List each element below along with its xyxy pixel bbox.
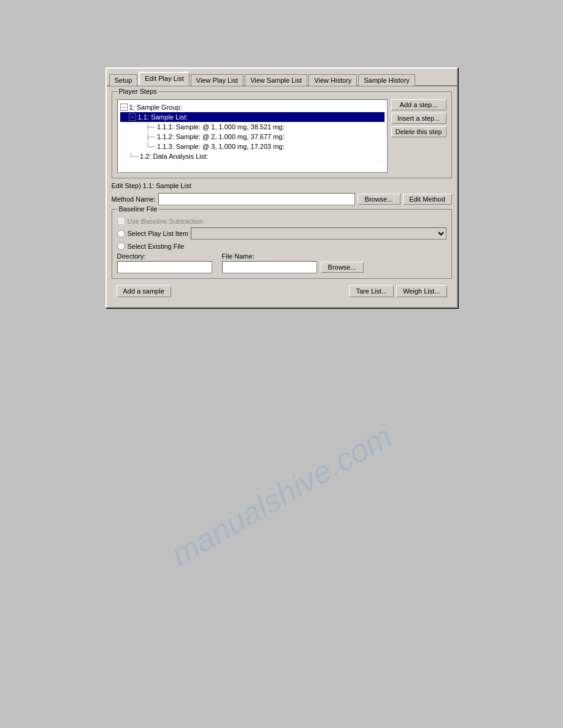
select-existing-radio[interactable]: [117, 242, 125, 250]
tree-item-3[interactable]: ├─ 1.1.2: Sample: @ 2, 1.000 mg, 37.677 …: [120, 132, 385, 142]
bottom-left: Add a sample: [117, 285, 171, 297]
directory-input[interactable]: [117, 261, 212, 273]
tree-item-0[interactable]: − 1: Sample Group:: [120, 102, 385, 112]
player-steps-label: Player Steps: [117, 88, 159, 95]
tab-edit-play-list[interactable]: Edit Play List: [139, 72, 190, 86]
directory-label: Directory:: [117, 252, 212, 260]
method-name-label: Method Name:: [112, 195, 156, 203]
browse-file-button[interactable]: Browse...: [321, 262, 364, 273]
content-area: Player Steps − 1: Sample Group: − 1.1: S…: [107, 86, 457, 307]
tree-item-label-1: 1.1: Sample List:: [138, 112, 188, 122]
tree-item-4[interactable]: └─ 1.1.3: Sample: @ 3, 1.000 mg, 17.203 …: [120, 142, 385, 151]
tree-expander-1[interactable]: −: [129, 113, 136, 121]
main-window: Setup Edit Play List View Play List View…: [105, 67, 458, 308]
tree-item-label-5: 1.2: Data Analysis List:: [140, 151, 208, 161]
select-playlist-label: Select Play List Item: [128, 230, 189, 237]
select-existing-row: Select Existing File: [117, 242, 446, 250]
tree-item-2[interactable]: ├─ 1.1.1: Sample: @ 1, 1.000 mg, 38.521 …: [120, 122, 385, 132]
bottom-right: Tare List... Weigh List...: [349, 285, 446, 297]
delete-step-button[interactable]: Delete this step: [391, 126, 446, 137]
method-name-row: Method Name: Browse... Edit Method: [112, 193, 452, 205]
select-playlist-radio[interactable]: [117, 230, 125, 238]
browse-method-button[interactable]: Browse...: [358, 194, 400, 205]
player-steps-group: Player Steps − 1: Sample Group: − 1.1: S…: [112, 91, 452, 178]
use-baseline-row: Use Baseline Subtraction: [117, 217, 446, 225]
add-step-button[interactable]: Add a step...: [391, 99, 446, 110]
add-sample-button[interactable]: Add a sample: [117, 285, 171, 297]
tree-item-label-3: 1.1.2: Sample: @ 2, 1.000 mg, 37.677 mg:: [157, 132, 284, 142]
tree-item-label-4: 1.1.3: Sample: @ 3, 1.000 mg, 17.203 mg:: [157, 142, 284, 151]
insert-step-button[interactable]: Insert a step...: [391, 113, 446, 124]
weigh-list-button[interactable]: Weigh List...: [396, 285, 446, 297]
use-baseline-label: Use Baseline Subtraction: [128, 218, 204, 225]
dir-file-inputs-row: Browse...: [117, 261, 446, 273]
tab-view-sample-list[interactable]: View Sample List: [245, 74, 307, 86]
player-steps-inner: − 1: Sample Group: − 1.1: Sample List: ├…: [117, 99, 446, 173]
tab-sample-history[interactable]: Sample History: [358, 74, 415, 86]
file-name-input[interactable]: [222, 261, 317, 273]
tree-buttons: Add a step... Insert a step... Delete th…: [391, 99, 446, 173]
tab-view-history[interactable]: View History: [308, 74, 357, 86]
baseline-file-label: Baseline File: [117, 205, 159, 213]
tree-item-1[interactable]: − 1.1: Sample List:: [120, 112, 385, 122]
select-playlist-row: Select Play List Item: [117, 227, 446, 240]
tree-line-3: ├─: [146, 132, 156, 142]
edit-step-label: Edit Step) 1.1: Sample List: [112, 182, 452, 189]
tab-setup[interactable]: Setup: [109, 74, 138, 86]
edit-method-button[interactable]: Edit Method: [403, 194, 452, 205]
use-baseline-checkbox[interactable]: [117, 217, 125, 225]
tree-item-label-2: 1.1.1: Sample: @ 1, 1.000 mg, 38.521 mg:: [157, 122, 284, 132]
tree-item-5[interactable]: └─ 1.2: Data Analysis List:: [120, 151, 385, 161]
tree-line-5: └─: [129, 151, 139, 161]
tree-item-label-0: 1: Sample Group:: [129, 102, 182, 112]
tab-bar: Setup Edit Play List View Play List View…: [107, 69, 457, 86]
tree-line-4: └─: [146, 142, 156, 151]
tree-line-2: ├─: [146, 122, 156, 132]
bottom-bar: Add a sample Tare List... Weigh List...: [112, 282, 452, 302]
tree-area[interactable]: − 1: Sample Group: − 1.1: Sample List: ├…: [117, 99, 388, 173]
watermark: manualshive.com: [165, 417, 398, 573]
dir-file-labels-row: Directory: File Name:: [117, 252, 446, 260]
file-name-label: File Name:: [222, 252, 317, 260]
baseline-file-group: Baseline File Use Baseline Subtraction S…: [112, 209, 452, 279]
select-existing-label: Select Existing File: [128, 243, 185, 250]
method-name-input[interactable]: [158, 193, 355, 205]
tab-view-play-list[interactable]: View Play List: [191, 74, 243, 86]
tree-expander-0[interactable]: −: [120, 104, 128, 111]
tare-list-button[interactable]: Tare List...: [349, 285, 394, 297]
playlist-dropdown[interactable]: [191, 227, 446, 240]
